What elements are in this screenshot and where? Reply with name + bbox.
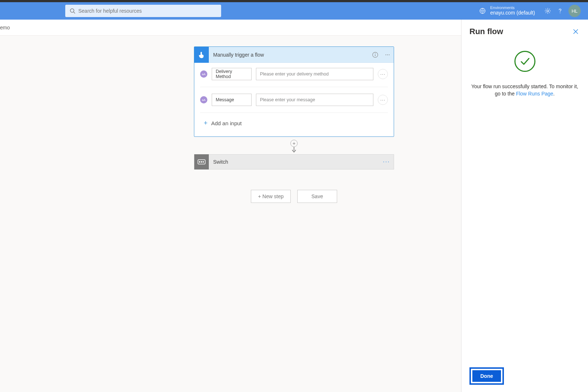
environment-label: Environments bbox=[490, 6, 535, 10]
panel-message-suffix: . bbox=[553, 91, 555, 97]
input-value-field[interactable]: Please enter your delivery method bbox=[256, 68, 373, 80]
settings-button[interactable] bbox=[542, 8, 554, 14]
info-icon bbox=[372, 52, 378, 58]
svg-rect-12 bbox=[203, 161, 204, 163]
add-step-inline-button[interactable]: + bbox=[290, 140, 298, 147]
svg-point-7 bbox=[375, 53, 376, 54]
trigger-card-header[interactable]: Manually trigger a flow ··· bbox=[194, 47, 394, 63]
add-input-label: Add an input bbox=[211, 120, 242, 126]
done-button-highlight: Done bbox=[469, 367, 504, 385]
input-row-menu[interactable]: ··· bbox=[378, 69, 388, 79]
help-icon bbox=[557, 8, 563, 14]
panel-close-button[interactable] bbox=[571, 27, 580, 36]
svg-point-3 bbox=[547, 10, 548, 12]
user-avatar[interactable]: HL bbox=[568, 5, 581, 17]
app-header: Environments enayu.com (default) HL bbox=[0, 2, 588, 20]
input-value-field[interactable]: Please enter your message bbox=[256, 94, 373, 106]
add-input-button[interactable]: + Add an input bbox=[200, 113, 388, 134]
done-button[interactable]: Done bbox=[472, 370, 501, 382]
input-name-field[interactable]: Message bbox=[212, 94, 252, 106]
search-input[interactable] bbox=[78, 8, 217, 14]
input-row-message: aA Message Please enter your message ··· bbox=[200, 87, 388, 113]
svg-rect-11 bbox=[201, 161, 202, 163]
checkmark-icon bbox=[519, 55, 531, 68]
success-icon bbox=[514, 51, 535, 72]
svg-point-0 bbox=[70, 9, 74, 12]
text-type-icon: aA bbox=[200, 70, 207, 78]
run-flow-panel: Run flow Your flow run successfully star… bbox=[461, 20, 588, 392]
plus-icon: + bbox=[204, 119, 208, 127]
environment-icon bbox=[479, 8, 486, 14]
trigger-card: Manually trigger a flow ··· aA Delivery … bbox=[194, 46, 394, 137]
panel-message: Your flow run successfully started. To m… bbox=[469, 83, 580, 98]
card-menu-button[interactable]: ··· bbox=[381, 47, 394, 63]
close-icon bbox=[573, 29, 579, 34]
input-row-delivery-method: aA Delivery Method Please enter your del… bbox=[200, 68, 388, 87]
environment-selector[interactable]: Environments enayu.com (default) bbox=[479, 6, 535, 16]
switch-icon bbox=[194, 154, 209, 170]
switch-card-menu[interactable]: ··· bbox=[379, 159, 394, 165]
svg-line-1 bbox=[74, 12, 75, 13]
manual-trigger-icon bbox=[194, 47, 209, 63]
breadcrumb-item[interactable]: emo bbox=[0, 25, 10, 30]
search-icon bbox=[70, 8, 75, 14]
card-info-button[interactable] bbox=[369, 47, 381, 63]
gear-icon bbox=[544, 8, 551, 14]
svg-rect-10 bbox=[199, 161, 200, 163]
new-step-button[interactable]: + New step bbox=[251, 190, 291, 203]
panel-title: Run flow bbox=[469, 27, 503, 36]
switch-card-title: Switch bbox=[213, 159, 379, 165]
trigger-card-title: Manually trigger a flow bbox=[213, 52, 369, 58]
switch-card[interactable]: Switch ··· bbox=[194, 154, 394, 170]
save-button[interactable]: Save bbox=[297, 190, 337, 203]
help-button[interactable] bbox=[554, 8, 566, 14]
svg-point-4 bbox=[560, 13, 560, 13]
input-name-field[interactable]: Delivery Method bbox=[212, 68, 252, 80]
global-search[interactable] bbox=[65, 5, 221, 17]
flow-runs-link[interactable]: Flow Runs Page bbox=[516, 91, 553, 97]
text-type-icon: aA bbox=[200, 96, 207, 103]
environment-value: enayu.com (default) bbox=[490, 10, 535, 16]
input-row-menu[interactable]: ··· bbox=[378, 95, 388, 105]
